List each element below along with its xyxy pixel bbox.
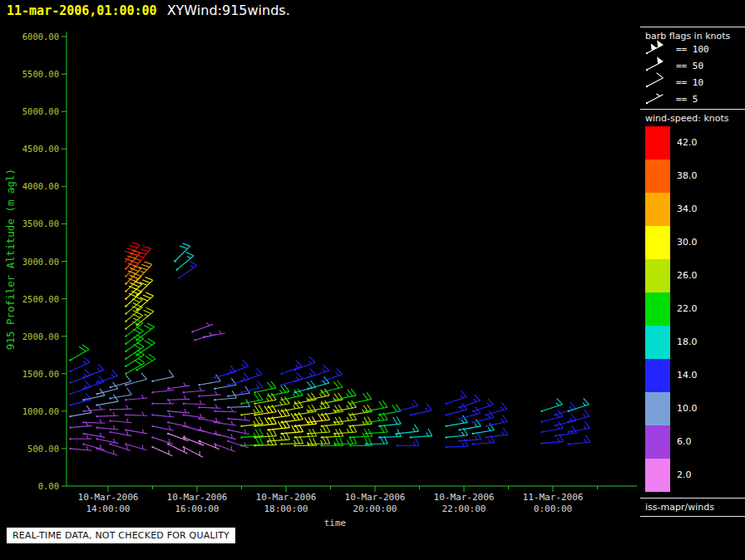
wind-barb [167, 421, 190, 427]
wind-barb [167, 395, 190, 400]
wind-barb [82, 389, 105, 401]
speed-color-swatch [645, 126, 670, 160]
wind-barb [349, 392, 372, 405]
wind-barb [568, 435, 590, 445]
wind-barb [125, 411, 147, 415]
wind-barb [280, 361, 302, 375]
wind-profile-plot: 6000.005500.005000.004500.004000.003500.… [0, 0, 640, 560]
y-tick-label: 4500.00 [22, 144, 59, 154]
wind-barb [125, 443, 146, 449]
divider [640, 498, 745, 499]
wind-barb [191, 322, 213, 332]
wind-barb [96, 448, 117, 455]
wind-barb [176, 252, 194, 270]
speed-scale-label: 18.0 [677, 336, 698, 347]
wind-speed-legend-title: wind-speed: knots [645, 113, 729, 124]
wind-barb [109, 419, 131, 423]
barb-flag-legend-item: == 5 [644, 91, 698, 106]
wind-barb [214, 408, 236, 412]
y-tick-label: 500.00 [27, 444, 59, 454]
x-tick-date: 10-Mar-2006 [434, 492, 495, 503]
wind-barb [125, 297, 142, 315]
wind-barb [167, 409, 190, 413]
wind-barb [397, 438, 419, 446]
wind-barb [378, 417, 401, 427]
x-tick-date: 11-Mar-2006 [523, 492, 584, 503]
barb-flag-glyph [644, 59, 672, 73]
y-axis-label: 915 Profiler Altitude (m agl) [4, 169, 17, 350]
y-tick-label: 5000.00 [22, 106, 59, 116]
wind-barb [646, 40, 664, 54]
barb-flag-label: == 10 [676, 77, 703, 88]
speed-color-swatch [645, 359, 670, 392]
wind-barb [198, 429, 220, 435]
barb-flag-glyph [644, 92, 672, 106]
wind-barb [109, 405, 131, 410]
legend-panel: barb flags in knots == 100== 50== 10== 5… [640, 0, 745, 560]
wind-barb [646, 93, 664, 103]
speed-color-swatch [645, 459, 670, 492]
divider [640, 27, 745, 27]
wind-barb [96, 412, 118, 417]
wind-barb [82, 406, 105, 412]
speed-scale-label: 2.0 [677, 469, 692, 480]
wind-barb [486, 428, 508, 439]
wind-barbs-layer [69, 243, 590, 457]
x-axis-label: time [324, 518, 347, 528]
wind-barb [82, 420, 105, 424]
barb-flag-glyph [644, 76, 672, 90]
wind-barb [69, 381, 91, 395]
x-tick-date: 10-Mar-2006 [256, 492, 317, 503]
y-tick-label: 2000.00 [22, 332, 59, 341]
barb-flag-label: == 100 [676, 44, 709, 55]
wind-barb [167, 433, 189, 441]
wind-barb [267, 432, 289, 442]
wind-barb [198, 391, 220, 397]
wind-barb [125, 304, 142, 322]
speed-scale-label: 26.0 [677, 270, 698, 281]
wind-barb [540, 410, 562, 422]
wind-barb [227, 416, 249, 420]
x-tick-date: 10-Mar-2006 [345, 492, 406, 503]
wind-barb [280, 373, 302, 386]
wind-barb [308, 389, 330, 401]
wind-barb [254, 381, 276, 394]
wind-barb [125, 358, 145, 375]
x-tick-time: 22:00:00 [442, 504, 486, 514]
wind-barb [109, 431, 131, 436]
wind-barb [568, 410, 590, 422]
y-tick-label: 3000.00 [22, 257, 59, 267]
x-tick-time: 16:00:00 [175, 504, 220, 514]
credit-text: iss-mapr/winds [645, 502, 714, 513]
wind-barb [82, 364, 104, 378]
wind-barb [458, 432, 481, 442]
wind-barb [183, 387, 205, 393]
divider [640, 109, 745, 110]
wind-barb [151, 400, 174, 405]
x-tick-date: 10-Mar-2006 [167, 492, 228, 503]
barb-flag-legend-item: == 100 [644, 42, 709, 56]
x-tick-time: 14:00:00 [86, 504, 131, 514]
wind-barb [151, 413, 174, 417]
wind-barb [96, 425, 118, 430]
wind-barb [308, 365, 329, 379]
wind-barb [334, 400, 357, 412]
wind-barb [540, 435, 563, 445]
wind-barb [568, 421, 590, 433]
speed-color-swatch [645, 292, 670, 326]
wind-barb [198, 418, 220, 423]
speed-color-swatch [645, 425, 670, 459]
x-tick-time: 20:00:00 [353, 504, 397, 514]
wind-barb [349, 438, 372, 446]
speed-scale-label: 38.0 [677, 170, 698, 181]
wind-barb [540, 421, 563, 433]
y-tick-label: 0.00 [38, 481, 59, 491]
wind-barb [227, 361, 249, 375]
wind-barb [203, 331, 225, 338]
speed-color-swatch [645, 392, 670, 425]
wind-barb [308, 376, 329, 390]
wind-barb [397, 400, 418, 412]
y-tick-label: 6000.00 [22, 32, 59, 42]
speed-color-swatch [645, 326, 670, 359]
wind-barb [125, 373, 146, 386]
